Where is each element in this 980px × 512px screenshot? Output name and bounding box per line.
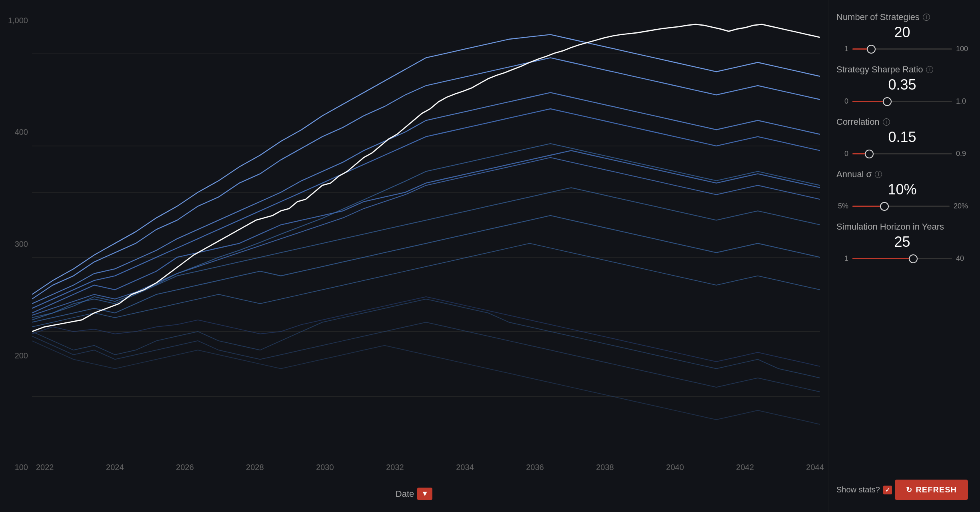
correlation-control: Correlation i 0.15 0 0.9 [836, 117, 968, 158]
annual-sigma-slider-container: 5% 20% [836, 202, 968, 210]
sharpe-ratio-track[interactable] [852, 101, 952, 102]
sim-horizon-value: 25 [836, 234, 968, 250]
sim-horizon-thumb[interactable] [909, 254, 918, 263]
sim-horizon-min: 1 [836, 254, 848, 263]
num-strategies-track[interactable] [852, 48, 952, 50]
num-strategies-label: Number of Strategies i [836, 12, 968, 22]
x-label-2042: 2042 [736, 463, 754, 472]
num-strategies-control: Number of Strategies i 20 1 100 [836, 12, 968, 53]
sidebar: Number of Strategies i 20 1 100 Strategy… [828, 0, 980, 512]
annual-sigma-min: 5% [836, 202, 848, 210]
sharpe-ratio-slider-container: 0 1.0 [836, 97, 968, 106]
correlation-max: 0.9 [956, 150, 968, 158]
num-strategies-slider-container: 1 100 [836, 45, 968, 53]
x-label-2022: 2022 [36, 463, 54, 472]
y-label-300: 300 [0, 240, 28, 249]
num-strategies-min: 1 [836, 45, 848, 53]
y-label-200: 200 [0, 351, 28, 360]
x-axis: 2022 2024 2026 2028 2030 2032 2034 2036 … [32, 463, 828, 472]
sim-horizon-label: Simulation Horizon in Years [836, 222, 968, 232]
x-label-2044: 2044 [806, 463, 824, 472]
sharpe-ratio-label: Strategy Sharpe Ratio i [836, 64, 968, 75]
annual-sigma-info-icon[interactable]: i [875, 171, 882, 178]
main-container: 1,000 400 300 200 100 [0, 0, 980, 512]
annual-sigma-track[interactable] [852, 206, 950, 207]
show-stats-text: Show stats? [836, 485, 880, 494]
annual-sigma-control: Annual σ i 10% 5% 20% [836, 169, 968, 210]
refresh-button[interactable]: ↻ REFRESH [895, 480, 968, 500]
bottom-controls: Show stats? ↻ REFRESH [836, 476, 968, 500]
sharpe-ratio-control: Strategy Sharpe Ratio i 0.35 0 1.0 [836, 64, 968, 106]
num-strategies-value: 20 [836, 24, 968, 41]
x-label-2028: 2028 [246, 463, 264, 472]
y-label-1000: 1,000 [0, 16, 28, 25]
annual-sigma-thumb[interactable] [880, 202, 889, 211]
num-strategies-info-icon[interactable]: i [923, 14, 930, 21]
chart-svg [32, 16, 820, 480]
x-label-2040: 2040 [666, 463, 684, 472]
refresh-icon: ↻ [906, 486, 912, 494]
sharpe-ratio-info-icon[interactable]: i [926, 66, 933, 73]
sharpe-ratio-min: 0 [836, 97, 848, 106]
x-label-2034: 2034 [456, 463, 474, 472]
sharpe-ratio-max: 1.0 [956, 97, 968, 106]
correlation-value: 0.15 [836, 129, 968, 146]
x-label-2030: 2030 [316, 463, 334, 472]
sharpe-ratio-thumb[interactable] [883, 97, 892, 106]
annual-sigma-value: 10% [836, 181, 968, 198]
x-label-2032: 2032 [386, 463, 404, 472]
annual-sigma-fill [852, 206, 884, 207]
num-strategies-max: 100 [956, 45, 968, 53]
date-axis-label: Date [396, 489, 414, 499]
sim-horizon-control: Simulation Horizon in Years 25 1 40 [836, 222, 968, 263]
date-filter: Date ▼ [396, 488, 432, 500]
annual-sigma-label: Annual σ i [836, 169, 968, 180]
y-axis: 1,000 400 300 200 100 [0, 0, 32, 480]
chart-area: 1,000 400 300 200 100 [0, 0, 828, 512]
x-label-2026: 2026 [176, 463, 194, 472]
annual-sigma-max: 20% [954, 202, 968, 210]
num-strategies-thumb[interactable] [867, 45, 876, 54]
y-label-100: 100 [0, 463, 28, 472]
correlation-slider-container: 0 0.9 [836, 150, 968, 158]
correlation-track[interactable] [852, 153, 952, 154]
sim-horizon-track[interactable] [852, 258, 952, 259]
x-label-2036: 2036 [526, 463, 544, 472]
x-label-2038: 2038 [596, 463, 614, 472]
sim-horizon-slider-container: 1 40 [836, 254, 968, 263]
sim-horizon-fill [852, 258, 913, 259]
show-stats-container: Show stats? [836, 485, 892, 494]
y-label-400: 400 [0, 128, 28, 137]
date-dropdown-button[interactable]: ▼ [417, 488, 432, 500]
correlation-label: Correlation i [836, 117, 968, 127]
correlation-min: 0 [836, 150, 848, 158]
refresh-label: REFRESH [916, 485, 957, 494]
correlation-info-icon[interactable]: i [883, 118, 890, 126]
sim-horizon-max: 40 [956, 254, 968, 263]
show-stats-checkbox[interactable] [883, 486, 892, 494]
correlation-thumb[interactable] [865, 150, 874, 158]
x-label-2024: 2024 [106, 463, 124, 472]
sharpe-ratio-fill [852, 101, 887, 102]
sharpe-ratio-value: 0.35 [836, 76, 968, 93]
